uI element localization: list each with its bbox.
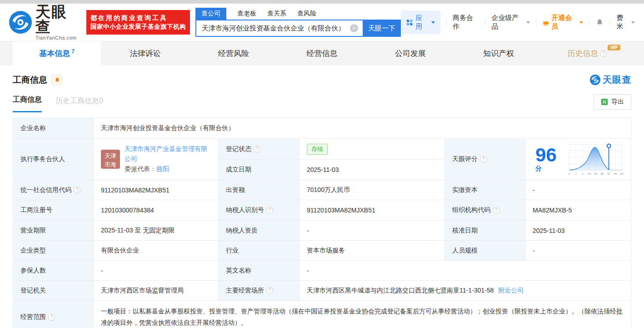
- registration-authority-value: 天津市河西区市场监督管理局: [94, 281, 219, 301]
- window-edge: [0, 0, 644, 4]
- partner-company-link[interactable]: 天津市海河产业基金管理有限公司: [125, 145, 207, 162]
- vip-label: 开通会员: [551, 14, 578, 31]
- tianyancha-logo[interactable]: 天眼查 TianYanCha.com: [9, 4, 82, 40]
- divider: [589, 19, 589, 26]
- chevron-down-icon: [431, 21, 435, 25]
- tab-company-development[interactable]: 公司发展: [366, 41, 454, 66]
- help-icon[interactable]: ?: [493, 207, 499, 214]
- section-header: 工商信息 天眼查: [0, 66, 644, 89]
- brand-domain: TianYanCha.com: [35, 35, 82, 40]
- taxpayer-id-label: 纳税人识别号 ?: [219, 200, 300, 221]
- logo-swirl-icon: [590, 75, 600, 85]
- tab-history-info[interactable]: VIP 历史信息 ?: [543, 41, 631, 66]
- search-tab-relation[interactable]: 查关系: [267, 10, 286, 20]
- executive-partner-label: 执行事务合伙人: [13, 139, 94, 180]
- search-block: 查公司 查老板 查关系 查风险 × 天眼一下: [195, 8, 401, 37]
- nav-business-cooperation[interactable]: 商务合作: [453, 14, 479, 31]
- help-icon[interactable]: ?: [480, 156, 487, 163]
- tab-operational-risk[interactable]: 经营风险: [190, 41, 278, 66]
- tab-basic-info[interactable]: 基本信息 7: [13, 41, 101, 66]
- tab-label: 经营风险: [218, 48, 249, 59]
- chevron-down-icon: [579, 21, 583, 25]
- search-tab-boss[interactable]: 查老板: [237, 10, 256, 20]
- excel-icon: [601, 98, 608, 106]
- paid-capital-value: -: [525, 180, 631, 200]
- approval-date-value: 2025-11-03: [525, 221, 631, 241]
- established-date-label: 成立日期: [219, 160, 300, 180]
- subtab-business-info[interactable]: 工商信息: [13, 95, 42, 112]
- section-title: 工商信息: [13, 74, 47, 86]
- user-menu[interactable]: 费米: [616, 14, 635, 31]
- partner-company-avatar[interactable]: 天津市海: [101, 150, 120, 169]
- company-detail-tabs: 基本信息 7 法律诉讼 经营风险 经营信息 公司发展 知识产权 VIP 历史信息…: [0, 41, 644, 66]
- tab-legal-proceedings[interactable]: 法律诉讼: [101, 41, 189, 66]
- divider: [536, 19, 536, 26]
- status-badge: 存续: [307, 144, 328, 155]
- search-button[interactable]: 天眼一下: [363, 20, 401, 37]
- english-name-label: 英文名称: [219, 261, 300, 281]
- nearby-companies-link[interactable]: 附近公司: [498, 287, 524, 295]
- tab-label: 经营信息: [306, 48, 337, 59]
- search-type-tabs: 查公司 查老板 查关系 查风险: [195, 8, 401, 20]
- apps-menu-button[interactable]: 应用: [401, 10, 440, 34]
- divider: [485, 19, 485, 26]
- delegate-rep-link[interactable]: 曲阳: [156, 165, 169, 172]
- svg-text:1: 1: [575, 172, 577, 175]
- main-premises-value: 天津市河西区黑牛城道与内江北路交口西北侧七贤南里11-1-301-58 附近公司: [300, 281, 631, 301]
- search-tab-company[interactable]: 查公司: [195, 8, 226, 20]
- help-icon[interactable]: ?: [254, 146, 260, 152]
- english-name-value: -: [300, 261, 631, 281]
- help-icon[interactable]: ?: [266, 287, 273, 294]
- staff-size-label: 人员规模: [445, 241, 525, 261]
- industry-label: 行业: [219, 241, 300, 261]
- business-term-label: 营业期限: [13, 221, 94, 241]
- search-tab-risk[interactable]: 查风险: [297, 10, 316, 20]
- company-type-label: 企业类型: [13, 241, 94, 261]
- enterprise-label: 企业级产品: [491, 14, 524, 31]
- company-search-input[interactable]: [195, 20, 363, 37]
- business-scope-label: 经营范围 ?: [13, 301, 94, 328]
- chevron-down-icon: [631, 21, 635, 25]
- export-button[interactable]: 导出: [594, 94, 631, 110]
- registration-status-value: 存续: [300, 139, 445, 160]
- clear-input-icon[interactable]: ×: [350, 24, 358, 32]
- promo-banner: 都在用的商业查询工具 国家中小企业发展子基金旗下机构: [86, 10, 190, 35]
- monitor-bell-icon[interactable]: [52, 75, 62, 85]
- divider: [446, 19, 447, 26]
- notification-bell-icon[interactable]: [595, 18, 604, 27]
- paid-capital-label: 实缴资本: [445, 180, 525, 200]
- divider: [610, 19, 610, 26]
- username: 费米: [616, 14, 629, 31]
- header-nav: 应用 商务合作 企业级产品 开通会员 费米: [401, 10, 635, 34]
- insured-count-label: 参保人数: [13, 261, 94, 281]
- help-icon[interactable]: ?: [74, 187, 80, 193]
- tab-intellectual-property[interactable]: 知识产权: [454, 41, 543, 66]
- score-distribution-chart: 0 1 3 15 50 85 97 99 100: [568, 141, 624, 178]
- business-info-table: 企业名称 天津市海河创业投资基金合伙企业（有限合伙） 执行事务合伙人 天津市海 …: [13, 118, 631, 328]
- svg-text:97: 97: [607, 172, 610, 175]
- promo-line2: 国家中小企业发展子基金旗下机构: [90, 22, 186, 31]
- executive-partner-value: 天津市海 天津市海河产业基金管理有限公司 委派代表：曲阳: [94, 139, 219, 180]
- help-icon[interactable]: ?: [600, 50, 607, 57]
- help-icon[interactable]: ?: [48, 314, 55, 321]
- svg-text:85: 85: [600, 172, 604, 175]
- capital-value: 70100万人民币: [300, 180, 445, 200]
- industry-value: 资本市场服务: [300, 241, 445, 261]
- svg-text:15: 15: [587, 172, 590, 175]
- subtab-history-business-info[interactable]: 历史工商信息0: [55, 96, 103, 112]
- tab-label: 公司发展: [395, 48, 426, 59]
- chevron-down-icon: [526, 21, 530, 25]
- tab-business-info[interactable]: 经营信息: [278, 41, 366, 66]
- tab-count: 7: [71, 48, 75, 55]
- score-unit: 分: [535, 165, 542, 172]
- registration-status-label: 登记状态 ?: [219, 139, 300, 160]
- vip-upgrade-button[interactable]: 开通会员: [542, 14, 583, 31]
- tab-label: 基本信息: [39, 48, 70, 59]
- help-icon[interactable]: ?: [266, 207, 273, 214]
- nav-enterprise-products[interactable]: 企业级产品: [491, 14, 530, 31]
- registration-no-label: 工商注册号: [13, 200, 94, 221]
- capital-label: 出资额: [219, 180, 300, 200]
- tab-label: 知识产权: [483, 48, 514, 59]
- company-name-label: 企业名称: [13, 118, 94, 139]
- company-type-value: 有限合伙企业: [94, 241, 219, 261]
